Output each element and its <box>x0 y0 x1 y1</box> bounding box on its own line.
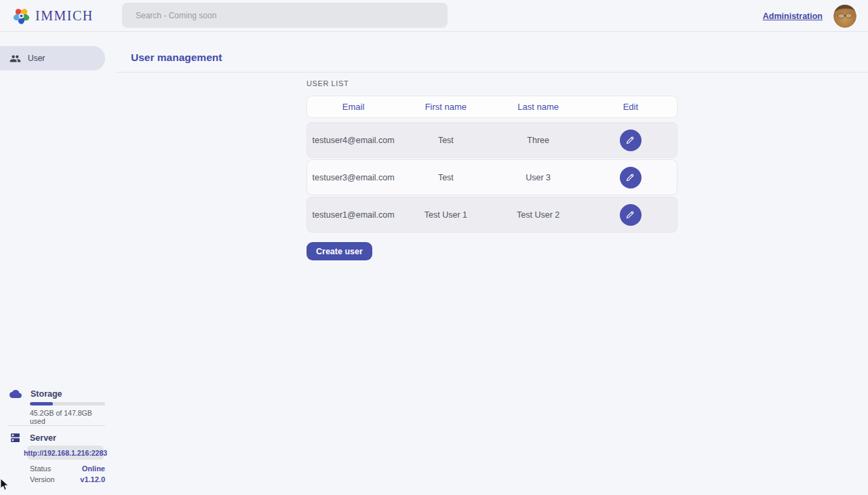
cell-email: testuser4@email.com <box>307 136 399 145</box>
administration-link[interactable]: Administration <box>763 12 823 21</box>
status-value: Online <box>82 464 105 473</box>
table-header-row: Email First name Last name Edit <box>307 96 677 118</box>
server-icon <box>9 432 21 443</box>
sidebar-divider <box>8 425 105 426</box>
column-header-edit: Edit <box>585 102 677 112</box>
search-bar <box>122 3 448 28</box>
cell-last-name: Test User 2 <box>492 210 585 220</box>
edit-user-button[interactable] <box>620 167 642 189</box>
edit-user-button[interactable] <box>620 204 642 226</box>
cell-first-name: Test User 1 <box>399 210 492 220</box>
storage-usage-text: 45.2GB of 147.8GB used <box>30 409 105 425</box>
app-logo[interactable]: IMMICH <box>12 7 94 25</box>
create-user-button[interactable]: Create user <box>307 242 372 260</box>
server-url: http://192.168.1.216:2283 <box>27 446 104 460</box>
app-title: IMMICH <box>35 8 94 24</box>
storage-progress-fill <box>30 402 53 405</box>
cell-first-name: Test <box>399 136 492 145</box>
pencil-icon <box>625 135 635 145</box>
sidebar-item-label: User <box>28 54 45 63</box>
cloud-icon <box>9 389 22 399</box>
cell-first-name: Test <box>399 173 492 182</box>
version-label: Version <box>30 475 55 483</box>
sidebar-item-user[interactable]: User <box>0 46 105 71</box>
user-list-label: USER LIST <box>307 79 349 87</box>
sidebar: User Storage 45.2GB of 147.8GB used Serv… <box>0 32 105 495</box>
users-icon <box>9 53 21 64</box>
edit-user-button[interactable] <box>620 130 642 151</box>
table-row: testuser1@email.com Test User 1 Test Use… <box>307 197 677 233</box>
cell-email: testuser1@email.com <box>307 210 399 220</box>
storage-title: Storage <box>31 389 62 399</box>
user-avatar[interactable] <box>833 5 856 28</box>
app-header: IMMICH Administration <box>0 0 868 32</box>
page-title: User management <box>131 52 222 64</box>
version-value: v1.12.0 <box>80 475 105 483</box>
immich-flower-icon <box>12 7 31 25</box>
cell-email: testuser3@email.com <box>307 173 399 182</box>
pencil-icon <box>625 172 635 182</box>
cell-last-name: User 3 <box>492 173 585 182</box>
column-header-first-name: First name <box>399 102 492 112</box>
column-header-email: Email <box>307 102 399 112</box>
cell-last-name: Three <box>492 136 585 145</box>
search-input[interactable] <box>122 3 448 28</box>
mouse-cursor <box>0 479 9 494</box>
server-title: Server <box>30 433 56 443</box>
user-table: Email First name Last name Edit testuser… <box>307 96 677 234</box>
status-label: Status <box>30 464 51 473</box>
column-header-last-name: Last name <box>492 102 585 112</box>
table-row: testuser4@email.com Test Three <box>307 122 677 158</box>
table-body: testuser4@email.com Test Three testuser3… <box>307 122 677 233</box>
pencil-icon <box>625 210 635 220</box>
storage-progress-bar <box>30 402 105 405</box>
table-row: testuser3@email.com Test User 3 <box>307 159 677 195</box>
title-divider <box>116 72 868 73</box>
